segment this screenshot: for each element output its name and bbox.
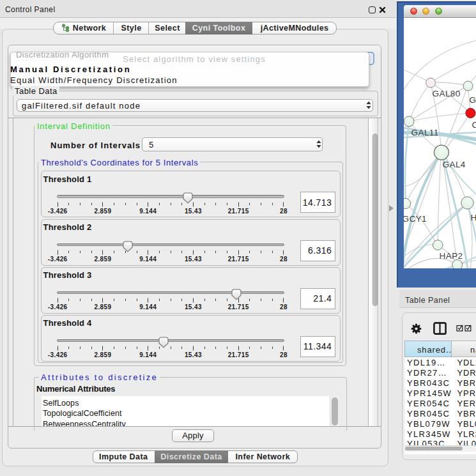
svg-text:GAL80: GAL80 xyxy=(433,88,461,98)
svg-text:GCY1: GCY1 xyxy=(404,214,427,224)
svg-text:GAL4: GAL4 xyxy=(443,159,466,169)
svg-text:CYC: CYC xyxy=(472,119,476,129)
svg-text:HAP2: HAP2 xyxy=(440,251,463,261)
svg-text:GAL11: GAL11 xyxy=(411,128,439,137)
svg-text:GAL8: GAL8 xyxy=(470,95,476,105)
svg-text:HIS: HIS xyxy=(471,213,476,222)
